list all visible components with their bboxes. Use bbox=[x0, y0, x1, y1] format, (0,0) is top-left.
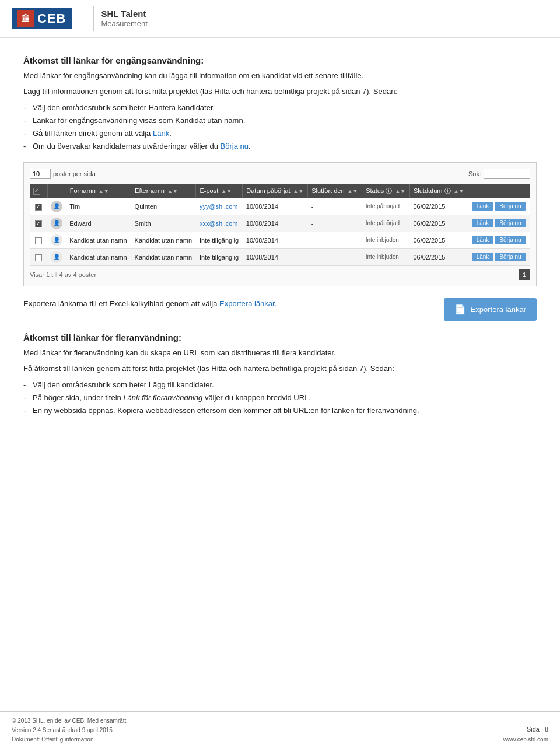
shl-subtitle: Measurement bbox=[101, 19, 147, 29]
row-checkbox[interactable] bbox=[35, 220, 42, 228]
col-actions bbox=[468, 184, 530, 198]
footer-left: © 2013 SHL, en del av CEB. Med ensamrätt… bbox=[12, 716, 128, 744]
section1-title: Åtkomst till länkar för engångsanvändnin… bbox=[23, 55, 537, 65]
section2-steps: Välj den områdesrubrik som heter Lägg ti… bbox=[23, 379, 537, 417]
col-fornamn: Förnamn ▲▼ bbox=[66, 184, 131, 198]
cell-status: Inte inbjuden bbox=[362, 232, 410, 249]
section1-step1: Lägg till informationen genom att först … bbox=[23, 86, 537, 98]
ceb-text: CEB bbox=[37, 11, 66, 26]
list-item: Välj den områdesrubrik som heter Lägg ti… bbox=[23, 379, 537, 391]
table-controls: poster per sida Sök: bbox=[30, 169, 530, 179]
col-avatar bbox=[47, 184, 66, 198]
page-1-button[interactable]: 1 bbox=[519, 270, 530, 280]
link-button[interactable]: Länk bbox=[472, 236, 494, 244]
cell-efternamn: Smith bbox=[131, 215, 196, 232]
cell-fornamn: Edward bbox=[66, 215, 131, 232]
header-checkbox[interactable] bbox=[33, 188, 40, 195]
table-row: 👤Kandidat utan namnKandidat utan namnInt… bbox=[30, 232, 530, 249]
cell-status: Inte inbjuden bbox=[362, 249, 410, 265]
footer-copyright: © 2013 SHL, en del av CEB. Med ensamrätt… bbox=[12, 716, 128, 726]
pagination[interactable]: 1 bbox=[519, 270, 530, 280]
cell-efternamn: Quinten bbox=[131, 198, 196, 215]
link-button[interactable]: Länk bbox=[472, 219, 494, 228]
search-label: Sök: bbox=[468, 170, 481, 177]
cell-slutdatum: 06/02/2015 bbox=[410, 232, 468, 249]
page-header: 🏛 CEB SHL Talent Measurement bbox=[0, 0, 560, 38]
section2-step1: Få åtkomst till länken genom att först h… bbox=[23, 363, 537, 375]
cell-slutdatum: 06/02/2015 bbox=[410, 215, 468, 232]
cell-datum: 10/08/2014 bbox=[243, 215, 308, 232]
page-footer: © 2013 SHL, en del av CEB. Med ensamrätt… bbox=[0, 711, 560, 749]
list-item: Gå till länken direkt genom att välja Lä… bbox=[23, 127, 537, 140]
footer-version: Version 2.4 Senast ändrad 9 april 2015 bbox=[12, 726, 128, 735]
italic-word: Länk för fleranvändning bbox=[123, 393, 202, 402]
list-item: På höger sida, under titeln Länk för fle… bbox=[23, 391, 537, 404]
table-body: 👤TimQuintenyyy@shl.com10/08/2014-Inte på… bbox=[30, 198, 530, 266]
list-item: En ny webbsida öppnas. Kopiera webbadres… bbox=[23, 404, 537, 417]
cell-slutdatum: 06/02/2015 bbox=[410, 249, 468, 265]
search-area[interactable]: Sök: bbox=[468, 169, 530, 179]
avatar-icon: 👤 bbox=[51, 218, 62, 229]
col-checkbox bbox=[30, 184, 47, 198]
export-section: Exportera länkarna till ett Excel-kalkyl… bbox=[23, 298, 537, 321]
section1-intro: Med länkar för engångsanvändning kan du … bbox=[23, 70, 537, 82]
search-input[interactable] bbox=[484, 169, 530, 179]
col-epost: E-post ▲▼ bbox=[196, 184, 243, 198]
section2-intro: Med länkar för fleranvändning kan du ska… bbox=[23, 347, 537, 359]
cell-status: Inte påbörjad bbox=[362, 198, 410, 215]
page-number: Sida | 8 bbox=[503, 724, 548, 735]
cell-datum: 10/08/2014 bbox=[243, 249, 308, 265]
table-header-row: Förnamn ▲▼ Efternamn ▲▼ E-post ▲▼ Datum … bbox=[30, 184, 530, 198]
row-checkbox[interactable] bbox=[35, 254, 42, 261]
per-page-input[interactable] bbox=[30, 169, 51, 179]
section1-steps: Välj den områdesrubrik som heter Hantera… bbox=[23, 102, 537, 153]
start-button[interactable]: Börja nu bbox=[495, 219, 526, 228]
export-link-text: Exportera länkar. bbox=[219, 299, 276, 308]
export-button-label: Exportera länkar bbox=[471, 305, 526, 314]
table-footer-text: Visar 1 till 4 av 4 poster bbox=[30, 271, 96, 278]
cell-epost: Inte tillgänglig bbox=[200, 254, 239, 261]
cell-slutdatum: 06/02/2015 bbox=[410, 198, 468, 215]
col-slutdatum: Slutdatum ⓘ ▲▼ bbox=[410, 184, 468, 198]
per-page-label: poster per sida bbox=[53, 170, 96, 177]
footer-document: Dokument: Offentlig information. bbox=[12, 735, 128, 744]
start-button[interactable]: Börja nu bbox=[495, 236, 526, 244]
col-datum: Datum påbörjat ▲▼ bbox=[243, 184, 308, 198]
col-slutfort: Slutfört den ▲▼ bbox=[308, 184, 362, 198]
link-button[interactable]: Länk bbox=[472, 253, 494, 261]
link-button[interactable]: Länk bbox=[472, 202, 494, 211]
cell-slutfort: - bbox=[308, 215, 362, 232]
cell-fornamn: Kandidat utan namn bbox=[66, 232, 131, 249]
start-button[interactable]: Börja nu bbox=[495, 253, 526, 261]
cell-status: Inte påbörjad bbox=[362, 215, 410, 232]
footer-right: Sida | 8 www.ceb.shl.com bbox=[503, 724, 548, 744]
ceb-building-icon: 🏛 bbox=[18, 10, 34, 27]
table-footer: Visar 1 till 4 av 4 poster 1 bbox=[30, 270, 530, 280]
ceb-logo: 🏛 CEB bbox=[12, 8, 76, 29]
start-button[interactable]: Börja nu bbox=[495, 202, 526, 211]
table-row: 👤TimQuintenyyy@shl.com10/08/2014-Inte på… bbox=[30, 198, 530, 215]
borja-word: Börja nu bbox=[220, 142, 249, 150]
table-screenshot: poster per sida Sök: Förnamn ▲▼ Efternam… bbox=[23, 162, 537, 286]
cell-epost[interactable]: yyy@shl.com bbox=[200, 203, 238, 210]
ceb-logo-box: 🏛 CEB bbox=[12, 8, 72, 29]
per-page-control[interactable]: poster per sida bbox=[30, 169, 96, 179]
table-row: 👤EdwardSmithxxx@shl.com10/08/2014-Inte p… bbox=[30, 215, 530, 232]
cell-epost: Inte tillgänglig bbox=[200, 237, 239, 244]
avatar-icon: 👤 bbox=[51, 235, 62, 246]
candidates-table: Förnamn ▲▼ Efternamn ▲▼ E-post ▲▼ Datum … bbox=[30, 184, 530, 266]
list-item: Länkar för engångsanvändning visas som K… bbox=[23, 114, 537, 127]
cell-efternamn: Kandidat utan namn bbox=[131, 232, 196, 249]
cell-datum: 10/08/2014 bbox=[243, 198, 308, 215]
table-row: 👤Kandidat utan namnKandidat utan namnInt… bbox=[30, 249, 530, 265]
cell-epost[interactable]: xxx@shl.com bbox=[200, 220, 238, 227]
row-checkbox[interactable] bbox=[35, 204, 42, 211]
section2: Åtkomst till länkar för fleranvändning: … bbox=[23, 332, 537, 417]
list-item: Om du övervakar kandidaternas utvärderin… bbox=[23, 140, 537, 153]
row-checkbox[interactable] bbox=[35, 237, 42, 244]
cell-slutfort: - bbox=[308, 198, 362, 215]
export-button[interactable]: 📄 Exportera länkar bbox=[444, 298, 537, 321]
cell-efternamn: Kandidat utan namn bbox=[131, 249, 196, 265]
col-status: Status ⓘ ▲▼ bbox=[362, 184, 410, 198]
avatar-icon: 👤 bbox=[51, 251, 62, 263]
